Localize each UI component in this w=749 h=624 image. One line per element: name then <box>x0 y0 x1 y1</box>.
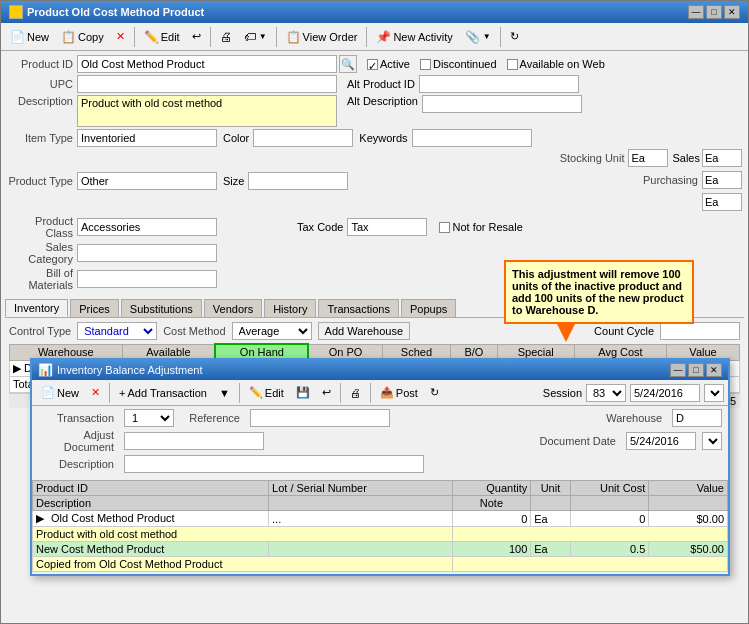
sales-category-input[interactable] <box>77 244 217 262</box>
transaction-label: Transaction <box>38 412 118 424</box>
copy-button[interactable]: 📋 Copy <box>56 26 109 48</box>
cost-method-select[interactable]: Average <box>232 322 312 340</box>
iba-th-note2 <box>531 496 570 511</box>
iba-table-row-new-product[interactable]: New Cost Method Product 100 Ea 0.5 $50.0… <box>33 542 728 557</box>
description-row: Description Product with old cost method… <box>7 95 742 127</box>
alt-product-id-input[interactable] <box>419 75 579 93</box>
product-search-button[interactable]: 🔍 <box>339 55 357 73</box>
active-checkbox[interactable]: ✓ <box>367 59 378 70</box>
purchasing-input[interactable] <box>702 171 742 189</box>
iba-close-button[interactable]: ✕ <box>706 363 722 377</box>
control-type-select[interactable]: Standard <box>77 322 157 340</box>
iba-table-row-old-desc: Product with old cost method <box>33 527 728 542</box>
iba-save-button[interactable]: 💾 <box>291 382 315 404</box>
iba-new-icon: 📄 <box>41 386 55 399</box>
new-activity-button[interactable]: 📌 New Activity <box>371 26 457 48</box>
warehouse-label: Warehouse <box>596 412 666 424</box>
control-type-label: Control Type <box>9 325 71 337</box>
attach-dropdown-arrow: ▼ <box>483 32 491 41</box>
transaction-select[interactable]: 1 <box>124 409 174 427</box>
description-input[interactable]: Product with old cost method <box>77 95 337 127</box>
not-for-resale-checkbox[interactable] <box>439 222 450 233</box>
tab-vendors[interactable]: Vendors <box>204 299 262 317</box>
extra-unit-input[interactable] <box>702 193 742 211</box>
keywords-input[interactable] <box>412 129 532 147</box>
iba-th-lot-serial: Lot / Serial Number <box>269 481 453 496</box>
edit-button[interactable]: ✏️ Edit <box>139 26 185 48</box>
attach-button[interactable]: 📎 ▼ <box>460 26 496 48</box>
stocking-unit-row: Stocking Unit Sales <box>558 149 742 167</box>
iba-add-icon: + <box>119 387 125 399</box>
description-form-row: Description <box>38 455 722 473</box>
undo-icon: ↩ <box>192 30 201 43</box>
tab-prices[interactable]: Prices <box>70 299 119 317</box>
minimize-button[interactable]: — <box>688 5 704 19</box>
toolbar-separator-4 <box>366 27 367 47</box>
sales-unit-input[interactable] <box>702 149 742 167</box>
item-type-input[interactable] <box>77 129 217 147</box>
add-warehouse-button[interactable]: Add Warehouse <box>318 322 410 340</box>
iba-maximize-button[interactable]: □ <box>688 363 704 377</box>
refresh-button[interactable]: ↻ <box>505 26 524 48</box>
not-for-resale-group: Not for Resale <box>439 221 522 233</box>
product-class-input[interactable] <box>77 218 217 236</box>
count-cycle-input[interactable] <box>660 322 740 340</box>
iba-description-input[interactable] <box>124 455 424 473</box>
color-input[interactable] <box>253 129 353 147</box>
available-web-checkbox[interactable] <box>507 59 518 70</box>
iba-delete-button[interactable]: ✕ <box>86 382 105 404</box>
inventory-controls: Control Type Standard Cost Method Averag… <box>9 322 740 340</box>
print-button[interactable]: 🖨 <box>215 26 237 48</box>
not-for-resale-label: Not for Resale <box>452 221 522 233</box>
bom-label: Bill of Materials <box>7 267 77 291</box>
tab-transactions[interactable]: Transactions <box>318 299 399 317</box>
tab-substitutions[interactable]: Substitutions <box>121 299 202 317</box>
stocking-unit-input[interactable] <box>628 149 668 167</box>
warehouse-row: Warehouse <box>596 409 722 427</box>
iba-new-button[interactable]: 📄 New <box>36 382 84 404</box>
warehouse-input[interactable] <box>672 409 722 427</box>
reference-input[interactable] <box>250 409 390 427</box>
upc-input[interactable] <box>77 75 337 93</box>
iba-post-button[interactable]: 📤 Post <box>375 382 423 404</box>
document-date-dropdown[interactable]: ▼ <box>702 432 722 450</box>
undo-button[interactable]: ↩ <box>187 26 206 48</box>
adjust-document-input[interactable] <box>124 432 264 450</box>
tax-code-input[interactable] <box>347 218 427 236</box>
iba-refresh-button[interactable]: ↻ <box>425 382 444 404</box>
maximize-button[interactable]: □ <box>706 5 722 19</box>
product-type-input[interactable] <box>77 172 217 190</box>
iba-session-select[interactable]: 83 <box>586 384 626 402</box>
iba-minimize-button[interactable]: — <box>670 363 686 377</box>
view-order-button[interactable]: 📋 View Order <box>281 26 363 48</box>
iba-edit-button[interactable]: ✏️ Edit <box>244 382 289 404</box>
discontinued-checkbox[interactable] <box>420 59 431 70</box>
iba-session-date-dropdown[interactable]: ▼ <box>704 384 724 402</box>
new-button[interactable]: 📄 New <box>5 26 54 48</box>
bom-input[interactable] <box>77 270 217 288</box>
alt-description-input[interactable] <box>422 95 582 113</box>
tab-inventory[interactable]: Inventory <box>5 299 68 317</box>
document-date-row: Document Date ▼ <box>530 429 722 453</box>
td-old-value: $0.00 <box>649 511 728 527</box>
close-button[interactable]: ✕ <box>724 5 740 19</box>
size-input[interactable] <box>248 172 348 190</box>
iba-edit-dropdown[interactable]: ▼ <box>214 382 235 404</box>
td-old-lot-serial: ... <box>269 511 453 527</box>
active-label: Active <box>380 58 410 70</box>
tag-button[interactable]: 🏷 ▼ <box>239 26 272 48</box>
iba-table-row-old-product[interactable]: ▶ Old Cost Method Product ... 0 Ea 0 $0.… <box>33 511 728 527</box>
iba-add-transaction-button[interactable]: + Add Transaction <box>114 382 212 404</box>
delete-button[interactable]: ✕ <box>111 26 130 48</box>
td-new-unit: Ea <box>531 542 570 557</box>
tab-history[interactable]: History <box>264 299 316 317</box>
product-id-input[interactable] <box>77 55 337 73</box>
iba-print-button[interactable]: 🖨 <box>345 382 366 404</box>
tab-popups[interactable]: Popups <box>401 299 456 317</box>
iba-session-date-input[interactable] <box>630 384 700 402</box>
iba-sep3 <box>340 383 341 403</box>
iba-print-icon: 🖨 <box>350 387 361 399</box>
tag-dropdown-arrow: ▼ <box>259 32 267 41</box>
document-date-input[interactable] <box>626 432 696 450</box>
iba-undo-button[interactable]: ↩ <box>317 382 336 404</box>
